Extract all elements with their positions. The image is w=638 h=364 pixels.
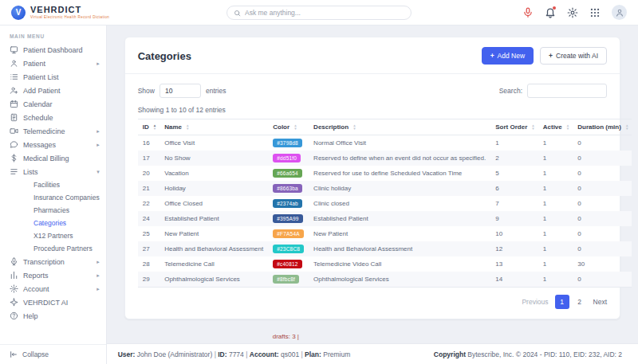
- create-with-ai-button[interactable]: + Create with AI: [540, 47, 607, 65]
- color-badge: #F7A54A: [273, 229, 304, 238]
- column-header-sort-order[interactable]: Sort Order▲▼: [490, 119, 538, 135]
- card-header: Categories + Add New + Create with AI: [125, 37, 620, 74]
- global-search[interactable]: [226, 6, 412, 20]
- sidebar-item-schedule[interactable]: Schedule: [0, 111, 106, 124]
- account-icon: [10, 284, 18, 293]
- table-row: 22Office Closed#2374abClinic closed710: [138, 196, 632, 211]
- gear-icon[interactable]: [567, 7, 578, 18]
- cell-description: Clinic holiday: [309, 181, 490, 196]
- cell-color: #8663ba: [268, 181, 309, 196]
- sidebar-item-account[interactable]: Account▸: [0, 282, 106, 296]
- sidebar-item-facilities[interactable]: Facilities: [0, 178, 106, 191]
- cell-color: #8fbc8f: [268, 272, 309, 288]
- pagination-page-2[interactable]: 2: [573, 295, 587, 309]
- cell-description: Health and Behavioral Assessment: [309, 241, 490, 256]
- cell-active: 1: [538, 272, 573, 288]
- plus-icon: +: [490, 52, 494, 60]
- cell-name: Ophthalmological Services: [160, 272, 268, 288]
- categories-card: Categories + Add New + Create with AI: [124, 37, 620, 319]
- main-content: Categories + Add New + Create with AI: [107, 25, 638, 343]
- chevron-right-icon: ▸: [96, 259, 100, 265]
- cell-id: 21: [138, 181, 160, 196]
- cell-sort-order: 1: [490, 135, 538, 151]
- microphone-icon[interactable]: [522, 7, 534, 18]
- column-header-duration-min[interactable]: Duration (min)▲▼: [573, 119, 632, 135]
- bell-icon[interactable]: [545, 7, 556, 18]
- sidebar-item-help[interactable]: Help: [0, 309, 106, 323]
- sidebar-item-procedure-partners[interactable]: Procedure Partners: [0, 242, 106, 255]
- copyright: Copyright Bytescribe, Inc. © 2024 - PID:…: [434, 350, 622, 358]
- brand-logo-icon: V: [11, 6, 26, 20]
- help-icon: [10, 311, 18, 320]
- drafts-indicator: drafts: 3 |: [124, 333, 620, 343]
- cell-sort-order: 6: [490, 181, 538, 196]
- cell-duration: 30: [573, 256, 632, 272]
- column-header-color[interactable]: Color▲▼: [268, 119, 309, 135]
- global-search-input[interactable]: [245, 9, 404, 17]
- color-badge: #8663ba: [273, 184, 302, 193]
- sidebar-item-telemedicine[interactable]: Telemedicine▸: [0, 124, 106, 138]
- sidebar-item-patient-dashboard[interactable]: Patient Dashboard: [0, 43, 106, 57]
- column-header-name[interactable]: Name▲▼: [160, 119, 268, 135]
- table-row: 17No Show#dd51f0Reserved to define when …: [138, 151, 632, 166]
- sidebar-item-patient-list[interactable]: Patient List: [0, 70, 106, 84]
- cell-name: Office Closed: [160, 196, 268, 211]
- entries-label: entries: [206, 87, 226, 95]
- pagination-previous[interactable]: Previous: [522, 298, 548, 306]
- patient-icon: [10, 59, 18, 68]
- entries-count-input[interactable]: [160, 84, 201, 98]
- collapse-icon: [10, 350, 18, 358]
- cell-name: New Patient: [160, 226, 268, 241]
- sidebar-item-patient[interactable]: Patient▸: [0, 57, 106, 70]
- sidebar-item-transcription[interactable]: Transcription▸: [0, 255, 106, 268]
- table-row: 29Ophthalmological Services#8fbc8fOphtha…: [138, 272, 632, 288]
- page-title: Categories: [138, 50, 191, 62]
- sidebar-item-reports[interactable]: Reports▸: [0, 268, 106, 282]
- column-header-description[interactable]: Description▲▼: [309, 119, 490, 135]
- color-badge: #3798d8: [273, 139, 302, 147]
- collapse-button[interactable]: Collapse: [0, 344, 106, 364]
- cell-duration: 0: [573, 211, 632, 226]
- sidebar-item-vehrdict-ai[interactable]: VEHRDICT AI: [0, 296, 106, 309]
- table-row: 25New Patient#F7A54ANew Patient1010: [138, 226, 632, 241]
- sort-icon: ▲▼: [153, 124, 156, 131]
- cell-id: 17: [138, 151, 160, 166]
- column-header-active[interactable]: Active▲▼: [538, 119, 573, 135]
- cell-active: 1: [538, 181, 573, 196]
- table-row: 28Telemedicine Call#c40812Telemedicine V…: [138, 256, 632, 272]
- user-avatar[interactable]: [612, 5, 627, 20]
- sidebar-item-x12-partners[interactable]: X12 Partners: [0, 229, 106, 242]
- sidebar-item-insurance-companies[interactable]: Insurance Companies: [0, 191, 106, 204]
- cell-description: Reserved for use to define Scheduled Vac…: [309, 166, 490, 181]
- cell-description: New Patient: [309, 226, 490, 241]
- cell-description: Ophthalmological Services: [309, 272, 490, 288]
- sidebar-item-pharmacies[interactable]: Pharmacies: [0, 204, 106, 217]
- cell-duration: 0: [573, 151, 632, 166]
- cell-active: 1: [538, 256, 573, 272]
- footer: User: John Doe (Administrator) | ID: 777…: [107, 343, 638, 364]
- brand-tagline: Virtual Electronic Health Record Dictati…: [30, 16, 109, 20]
- sidebar-item-add-patient[interactable]: Add Patient: [0, 84, 106, 97]
- sidebar-item-categories[interactable]: Categories: [0, 217, 106, 229]
- color-badge: #66a654: [273, 169, 302, 178]
- sidebar-item-lists[interactable]: Lists▾: [0, 165, 106, 178]
- color-badge: #395A99: [273, 214, 302, 223]
- cell-active: 1: [538, 166, 573, 181]
- cell-active: 1: [538, 196, 573, 211]
- sidebar-item-messages[interactable]: Messages▸: [0, 138, 106, 151]
- cell-sort-order: 12: [490, 241, 538, 256]
- cell-active: 1: [538, 226, 573, 241]
- column-header-id[interactable]: ID▲▼: [138, 119, 160, 135]
- sidebar-item-calendar[interactable]: Calendar: [0, 97, 106, 111]
- pagination-page-1[interactable]: 1: [555, 295, 569, 309]
- apps-grid-icon[interactable]: [589, 7, 601, 18]
- table-row: 27Health and Behavioral Assessment#23C8C…: [138, 241, 632, 256]
- pagination-next[interactable]: Next: [593, 298, 607, 306]
- brand[interactable]: V VEHRDICT Virtual Electronic Health Rec…: [11, 6, 109, 20]
- chevron-right-icon: ▸: [96, 286, 100, 292]
- add-new-button[interactable]: + Add New: [482, 47, 534, 65]
- cell-duration: 0: [573, 135, 632, 151]
- sort-icon: ▲▼: [625, 124, 628, 131]
- sidebar-item-medical-billing[interactable]: Medical Billing: [0, 151, 106, 165]
- table-search-input[interactable]: [527, 84, 607, 98]
